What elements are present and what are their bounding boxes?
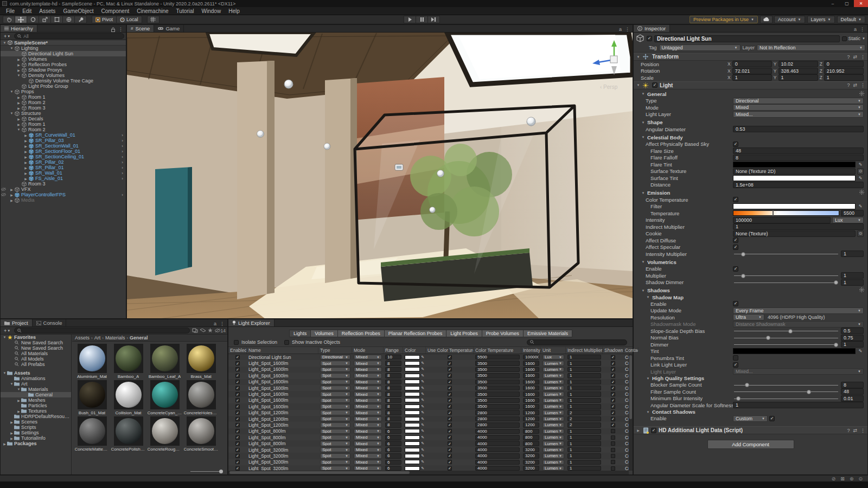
light-table-row[interactable]: ✓Light_Spot_3200lmSpot▼Mixed▼6✎✓40003200… bbox=[228, 465, 629, 471]
color-temperature-field[interactable]: 4000 bbox=[475, 435, 520, 440]
show-inactive-checkbox[interactable] bbox=[284, 340, 289, 345]
type-dropdown[interactable]: Spot▼ bbox=[320, 380, 350, 385]
section-gear-icon[interactable] bbox=[859, 91, 864, 97]
project-folder-item[interactable]: ▶Scenes bbox=[1, 419, 71, 425]
column-header[interactable]: Type bbox=[318, 347, 352, 354]
color-swatch[interactable] bbox=[405, 380, 420, 384]
range-field[interactable]: 6 bbox=[385, 435, 401, 440]
affect-physically-based-sky-checkbox[interactable]: ✓ bbox=[733, 142, 738, 147]
light-explorer-tab-lights[interactable]: Lights bbox=[289, 330, 311, 337]
tint-color-swatch[interactable] bbox=[733, 348, 856, 354]
foldout-arrow-icon[interactable]: ▼ bbox=[641, 191, 646, 195]
asset-item[interactable]: Bamboo_Leaf_A bbox=[146, 344, 183, 379]
blocker-sample-count-slider[interactable] bbox=[733, 382, 839, 388]
column-header[interactable]: Name bbox=[247, 347, 318, 354]
color-temperature-field[interactable]: 3500 bbox=[475, 391, 520, 397]
light-table-row[interactable]: ✓Light_Spot_1600lmSpot▼Mixed▼8✎✓35001600… bbox=[228, 397, 629, 403]
foldout-arrow-icon[interactable]: ▼ bbox=[2, 371, 7, 375]
shadows-checkbox[interactable] bbox=[611, 441, 615, 446]
contact-shadows-mode-dropdown[interactable]: Custom▼ bbox=[733, 415, 768, 422]
scene-viewport[interactable]: ‹ Persp bbox=[127, 33, 633, 318]
foldout-arrow-icon[interactable]: ▼ bbox=[646, 296, 650, 299]
range-field[interactable]: 8 bbox=[385, 404, 401, 409]
range-field[interactable]: 8 bbox=[385, 361, 401, 366]
light-explorer-tab-planar-reflection-probes[interactable]: Planar Reflection Probes bbox=[384, 330, 447, 337]
column-header[interactable]: Intensity bbox=[521, 347, 541, 354]
hierarchy-item[interactable]: ▶SR_Pillar_03› bbox=[1, 138, 126, 143]
eyedropper-icon[interactable]: ✎ bbox=[421, 429, 424, 433]
light-table-row[interactable]: ✓Light_Spot_1600lmSpot▼Mixed▼8✎✓35001600… bbox=[228, 391, 629, 397]
hierarchy-item[interactable]: ▼Density Volumes bbox=[1, 73, 126, 78]
asset-item[interactable]: Aluminium_Mat bbox=[74, 344, 110, 379]
mode-dropdown[interactable]: Mixed▼ bbox=[354, 435, 382, 440]
surface-tint-color-swatch[interactable] bbox=[733, 175, 856, 181]
use-ct-checkbox[interactable]: ✓ bbox=[448, 361, 452, 365]
type-dropdown[interactable]: Spot▼ bbox=[320, 460, 350, 465]
unit-dropdown[interactable]: Lumen▼ bbox=[542, 460, 564, 465]
breadcrumb-segment[interactable]: Assets bbox=[75, 335, 90, 341]
foldout-arrow-icon[interactable]: ▼ bbox=[9, 47, 14, 50]
enabled-checkbox[interactable]: ✓ bbox=[235, 398, 240, 402]
prefab-open-chevron[interactable]: › bbox=[122, 144, 126, 149]
foldout-arrow-icon[interactable]: ▼ bbox=[2, 336, 7, 339]
intensity-field[interactable]: 800 bbox=[523, 441, 539, 446]
scale-tool[interactable] bbox=[39, 16, 51, 23]
color-swatch[interactable] bbox=[405, 435, 420, 440]
project-tab[interactable]: Project bbox=[1, 319, 33, 326]
intensity-field[interactable]: 1600 bbox=[523, 367, 539, 373]
intensity-multiplier-value-field[interactable]: 1 bbox=[841, 251, 864, 257]
hierarchy-item[interactable]: ▶Shadow Proxys bbox=[1, 67, 126, 73]
range-field[interactable]: 6 bbox=[385, 466, 401, 471]
enabled-checkbox[interactable]: ✓ bbox=[235, 404, 240, 409]
slider-knob[interactable] bbox=[741, 252, 745, 256]
range-field[interactable]: 6 bbox=[385, 447, 401, 453]
distance-field[interactable]: 1.5e+08 bbox=[733, 182, 864, 188]
help-icon[interactable]: ? bbox=[847, 54, 850, 60]
horizontal-scrollbar[interactable] bbox=[228, 471, 629, 474]
intensity-field[interactable]: 3200 bbox=[523, 447, 539, 453]
type-dropdown[interactable]: Spot▼ bbox=[320, 410, 350, 415]
column-header[interactable]: Use Color Temperature bbox=[426, 347, 474, 354]
hierarchy-item[interactable]: Room 3 bbox=[1, 181, 126, 187]
foldout-arrow-icon[interactable]: ▶ bbox=[16, 101, 21, 105]
asset-item[interactable]: ConcreteRough_... bbox=[146, 416, 183, 452]
panel-lock-icon[interactable]: a bbox=[854, 27, 857, 32]
dimmer-value-field[interactable]: 1 bbox=[841, 341, 864, 348]
foldout-arrow-icon[interactable]: ▼ bbox=[641, 121, 646, 124]
mode-dropdown[interactable]: Mixed▼ bbox=[354, 367, 382, 373]
light-table-row[interactable]: ✓Light_Spot_1200lmSpot▼Mixed▼8✎✓28001200… bbox=[228, 416, 629, 422]
use-ct-checkbox[interactable]: ✓ bbox=[448, 380, 452, 384]
create-add-button[interactable]: +▼ bbox=[2, 328, 12, 333]
shadows-checkbox[interactable]: ✓ bbox=[611, 386, 615, 390]
more-icon[interactable]: ⋮ bbox=[860, 428, 865, 433]
section-general[interactable]: ▼General bbox=[634, 91, 867, 98]
section-volumetrics[interactable]: ▼Volumetrics bbox=[634, 259, 867, 266]
slope-scale-depth-bias-slider[interactable] bbox=[733, 328, 839, 334]
color-temperature-field[interactable]: 4000 bbox=[475, 429, 520, 434]
lock-icon[interactable] bbox=[111, 27, 115, 32]
color-swatch[interactable] bbox=[405, 423, 420, 427]
range-field[interactable]: 8 bbox=[385, 373, 401, 378]
color-swatch[interactable] bbox=[405, 410, 420, 415]
hierarchy-item[interactable]: ▶SR_SectionCeiling_01› bbox=[1, 154, 126, 159]
inspector-tab[interactable]: Inspector bbox=[634, 25, 670, 32]
component-header-hd-additional-light-data[interactable]: ▶ ✓ HD Additional Light Data (Script) ?⇄… bbox=[634, 426, 867, 434]
foldout-arrow-icon[interactable]: ▶ bbox=[16, 63, 21, 67]
minimum-blur-intensity-value-field[interactable]: 0.01 bbox=[841, 395, 864, 402]
shadows-checkbox[interactable] bbox=[611, 429, 615, 433]
type-dropdown[interactable]: Spot▼ bbox=[320, 453, 350, 459]
column-header[interactable]: Mode bbox=[352, 347, 384, 354]
project-folder-item[interactable]: ▶TutorialInfo bbox=[1, 435, 71, 441]
range-field[interactable]: 6 bbox=[385, 429, 401, 434]
range-field[interactable]: 8 bbox=[385, 386, 401, 391]
unit-dropdown[interactable]: Lumen▼ bbox=[542, 466, 564, 471]
enabled-checkbox[interactable]: ✓ bbox=[235, 410, 240, 415]
foldout-arrow-icon[interactable]: ▶ bbox=[9, 436, 14, 440]
section-shadows[interactable]: ▼Shadows bbox=[634, 287, 867, 294]
mode-dropdown[interactable]: Mixed▼ bbox=[354, 441, 382, 446]
asset-item[interactable]: ConcreteCyan_M... bbox=[146, 380, 183, 415]
dimmer-slider[interactable] bbox=[733, 341, 839, 348]
shadows-checkbox[interactable]: ✓ bbox=[611, 367, 615, 371]
foldout-arrow-icon[interactable]: ▶ bbox=[23, 133, 28, 137]
color-swatch[interactable] bbox=[405, 441, 420, 446]
